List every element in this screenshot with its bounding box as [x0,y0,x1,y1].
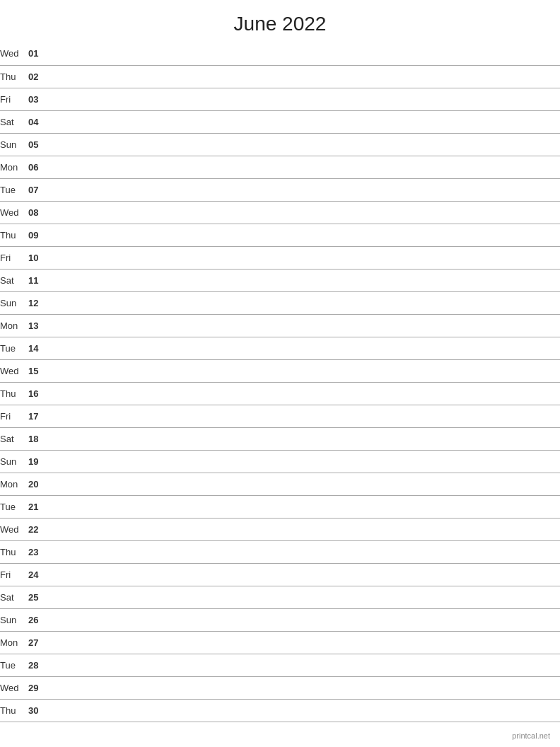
day-name: Mon [0,314,28,337]
table-row: Fri17 [0,405,560,427]
day-number: 23 [28,540,49,563]
day-number: 08 [28,201,49,224]
day-number: 16 [28,382,49,405]
day-name: Mon [0,631,28,654]
day-name: Sat [0,110,28,133]
day-number: 19 [28,450,49,473]
day-line [49,518,560,540]
day-line [49,291,560,314]
table-row: Tue28 [0,654,560,676]
calendar-table: Wed01Thu02Fri03Sat04Sun05Mon06Tue07Wed08… [0,42,560,722]
day-number: 25 [28,586,49,608]
day-line [49,201,560,224]
day-name: Tue [0,654,28,676]
day-name: Fri [0,405,28,427]
day-number: 11 [28,269,49,291]
day-line [49,156,560,178]
day-line [49,473,560,495]
day-line [49,586,560,608]
day-number: 01 [28,42,49,65]
day-line [49,337,560,359]
day-number: 03 [28,88,49,110]
table-row: Tue07 [0,178,560,201]
day-name: Thu [0,699,28,722]
day-name: Sat [0,427,28,450]
table-row: Wed15 [0,359,560,382]
table-row: Tue21 [0,495,560,518]
day-number: 12 [28,291,49,314]
day-number: 10 [28,246,49,269]
day-line [49,654,560,676]
day-line [49,699,560,722]
day-name: Thu [0,540,28,563]
day-name: Sun [0,291,28,314]
table-row: Wed22 [0,518,560,540]
table-row: Wed08 [0,201,560,224]
day-number: 02 [28,65,49,88]
day-name: Tue [0,178,28,201]
table-row: Thu23 [0,540,560,563]
day-line [49,224,560,246]
day-name: Thu [0,382,28,405]
footer-label: printcal.net [512,731,550,740]
day-number: 24 [28,563,49,586]
day-name: Wed [0,201,28,224]
day-line [49,495,560,518]
day-line [49,608,560,631]
day-line [49,314,560,337]
table-row: Thu30 [0,699,560,722]
day-name: Wed [0,359,28,382]
day-number: 28 [28,654,49,676]
day-line [49,133,560,156]
day-line [49,269,560,291]
day-number: 15 [28,359,49,382]
day-name: Wed [0,42,28,65]
table-row: Sat18 [0,427,560,450]
day-line [49,382,560,405]
day-number: 21 [28,495,49,518]
table-row: Wed29 [0,676,560,699]
day-name: Thu [0,224,28,246]
day-number: 14 [28,337,49,359]
page-title: June 2022 [0,0,560,42]
table-row: Thu09 [0,224,560,246]
day-name: Wed [0,518,28,540]
table-row: Wed01 [0,42,560,65]
table-row: Thu16 [0,382,560,405]
day-line [49,88,560,110]
table-row: Fri24 [0,563,560,586]
day-line [49,42,560,65]
table-row: Mon13 [0,314,560,337]
day-line [49,631,560,654]
day-number: 07 [28,178,49,201]
table-row: Fri03 [0,88,560,110]
day-name: Fri [0,246,28,269]
day-line [49,246,560,269]
table-row: Fri10 [0,246,560,269]
day-name: Sun [0,450,28,473]
day-line [49,178,560,201]
day-name: Tue [0,337,28,359]
day-number: 27 [28,631,49,654]
table-row: Mon06 [0,156,560,178]
day-line [49,427,560,450]
day-name: Sun [0,133,28,156]
table-row: Sun12 [0,291,560,314]
table-row: Sun05 [0,133,560,156]
day-number: 13 [28,314,49,337]
day-name: Sat [0,586,28,608]
day-number: 26 [28,608,49,631]
day-name: Sun [0,608,28,631]
day-line [49,359,560,382]
day-number: 22 [28,518,49,540]
day-name: Tue [0,495,28,518]
table-row: Sat04 [0,110,560,133]
day-number: 09 [28,224,49,246]
day-number: 18 [28,427,49,450]
day-name: Fri [0,563,28,586]
day-name: Mon [0,156,28,178]
day-number: 05 [28,133,49,156]
day-name: Thu [0,65,28,88]
table-row: Tue14 [0,337,560,359]
table-row: Sat25 [0,586,560,608]
